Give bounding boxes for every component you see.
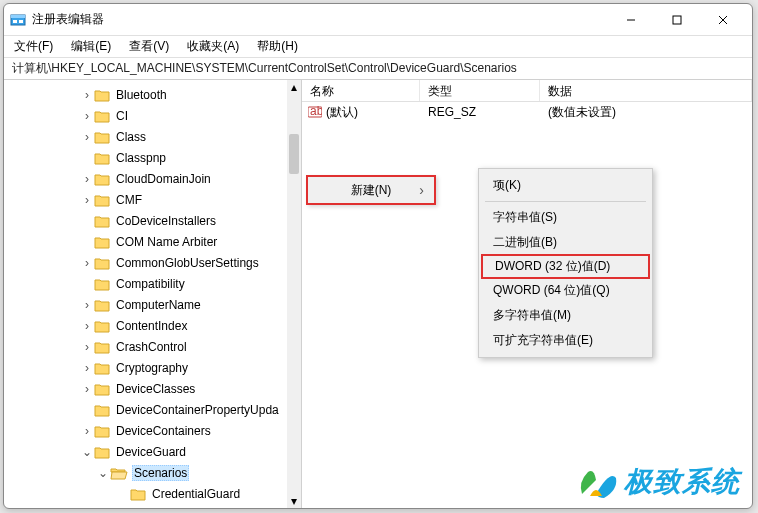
scroll-thumb[interactable] [289, 134, 299, 174]
tree-label: CI [114, 109, 130, 123]
tree-node[interactable]: DeviceContainerPropertyUpda [4, 399, 287, 420]
titlebar: 注册表编辑器 [4, 4, 752, 36]
tree-label: DeviceClasses [114, 382, 197, 396]
tree-node[interactable]: ›Class [4, 126, 287, 147]
tree-node[interactable]: ›CrashControl [4, 336, 287, 357]
submenu-item[interactable]: 项(K) [481, 173, 650, 198]
tree-label: CMF [114, 193, 144, 207]
tree-node[interactable]: ›ComputerName [4, 294, 287, 315]
tree-label: DeviceGuard [114, 445, 188, 459]
tree-node[interactable]: ›CMF [4, 189, 287, 210]
expander-icon[interactable]: › [80, 109, 94, 123]
watermark-logo-icon [576, 464, 618, 500]
tree-label: Scenarios [132, 465, 189, 481]
scroll-down-icon[interactable]: ▾ [287, 494, 301, 508]
address-text: 计算机\HKEY_LOCAL_MACHINE\SYSTEM\CurrentCon… [12, 60, 517, 77]
expander-icon[interactable]: › [80, 319, 94, 333]
window-title: 注册表编辑器 [32, 11, 608, 28]
tree-node[interactable]: ⌄DeviceGuard [4, 441, 287, 462]
svg-rect-5 [673, 16, 681, 24]
svg-rect-2 [13, 20, 17, 23]
expander-icon[interactable]: › [80, 256, 94, 270]
submenu-item[interactable]: DWORD (32 位)值(D) [481, 254, 650, 279]
tree-label: CloudDomainJoin [114, 172, 213, 186]
maximize-button[interactable] [654, 5, 700, 35]
expander-icon[interactable]: ⌄ [96, 466, 110, 480]
expander-icon[interactable]: › [80, 193, 94, 207]
menu-favorites[interactable]: 收藏夹(A) [183, 36, 243, 57]
menu-help[interactable]: 帮助(H) [253, 36, 302, 57]
submenu-item[interactable]: 可扩充字符串值(E) [481, 328, 650, 353]
close-button[interactable] [700, 5, 746, 35]
tree-label: ComputerName [114, 298, 203, 312]
tree-node[interactable]: COM Name Arbiter [4, 231, 287, 252]
expander-icon[interactable]: › [80, 361, 94, 375]
tree-node[interactable]: CoDeviceInstallers [4, 210, 287, 231]
submenu-item[interactable]: 二进制值(B) [481, 230, 650, 255]
tree-node[interactable]: ›CI [4, 105, 287, 126]
tree-node[interactable]: Classpnp [4, 147, 287, 168]
value-row[interactable]: ab (默认) REG_SZ (数值未设置) [302, 102, 752, 122]
tree-node[interactable]: ›DeviceContainers [4, 420, 287, 441]
menu-file[interactable]: 文件(F) [10, 36, 57, 57]
context-menu-new[interactable]: 新建(N) [306, 175, 436, 205]
expander-icon[interactable]: ⌄ [80, 445, 94, 459]
expander-icon[interactable]: › [80, 88, 94, 102]
expander-icon[interactable]: › [80, 298, 94, 312]
tree-label: Compatibility [114, 277, 187, 291]
menubar: 文件(F) 编辑(E) 查看(V) 收藏夹(A) 帮助(H) [4, 36, 752, 58]
tree-label: Classpnp [114, 151, 168, 165]
tree-node[interactable]: ›ContentIndex [4, 315, 287, 336]
tree-label: ContentIndex [114, 319, 189, 333]
tree-node[interactable]: CredentialGuard [4, 483, 287, 504]
minimize-button[interactable] [608, 5, 654, 35]
value-type: REG_SZ [420, 105, 540, 119]
svg-text:ab: ab [310, 105, 322, 118]
watermark: 极致系统 [576, 463, 740, 501]
value-name: (默认) [326, 104, 358, 121]
tree-node[interactable]: Compatibility [4, 273, 287, 294]
vertical-scrollbar[interactable]: ▴ ▾ [287, 80, 301, 508]
tree-node[interactable]: ⌄Scenarios [4, 462, 287, 483]
svg-rect-3 [19, 20, 23, 23]
menu-view[interactable]: 查看(V) [125, 36, 173, 57]
registry-tree[interactable]: ›Bluetooth›CI›ClassClasspnp›CloudDomainJ… [4, 80, 287, 508]
submenu-item[interactable]: 字符串值(S) [481, 205, 650, 230]
column-headers[interactable]: 名称 类型 数据 [302, 80, 752, 102]
menu-separator [485, 201, 646, 202]
expander-icon[interactable]: › [80, 508, 94, 509]
new-submenu: 项(K)字符串值(S)二进制值(B)DWORD (32 位)值(D)QWORD … [478, 168, 653, 358]
tree-label: DeviceOverrides [114, 508, 207, 509]
tree-node[interactable]: ›DeviceClasses [4, 378, 287, 399]
tree-node[interactable]: ›CloudDomainJoin [4, 168, 287, 189]
column-type[interactable]: 类型 [420, 80, 540, 101]
tree-node[interactable]: ›DeviceOverrides [4, 504, 287, 508]
address-bar[interactable]: 计算机\HKEY_LOCAL_MACHINE\SYSTEM\CurrentCon… [4, 58, 752, 80]
tree-label: Bluetooth [114, 88, 169, 102]
expander-icon[interactable]: › [80, 172, 94, 186]
string-value-icon: ab [308, 105, 322, 119]
tree-label: Class [114, 130, 148, 144]
context-new-label: 新建(N) [351, 182, 392, 199]
tree-node[interactable]: ›Bluetooth [4, 84, 287, 105]
tree-node[interactable]: ›CommonGlobUserSettings [4, 252, 287, 273]
scroll-up-icon[interactable]: ▴ [287, 80, 301, 94]
menu-edit[interactable]: 编辑(E) [67, 36, 115, 57]
tree-node[interactable]: ›Cryptography [4, 357, 287, 378]
expander-icon[interactable]: › [80, 340, 94, 354]
watermark-text: 极致系统 [624, 463, 740, 501]
expander-icon[interactable]: › [80, 130, 94, 144]
submenu-item[interactable]: 多字符串值(M) [481, 303, 650, 328]
expander-icon[interactable]: › [80, 382, 94, 396]
tree-label: DeviceContainers [114, 424, 213, 438]
column-name[interactable]: 名称 [302, 80, 420, 101]
submenu-item[interactable]: QWORD (64 位)值(Q) [481, 278, 650, 303]
tree-label: CredentialGuard [150, 487, 242, 501]
tree-label: CommonGlobUserSettings [114, 256, 261, 270]
tree-label: CrashControl [114, 340, 189, 354]
expander-icon[interactable]: › [80, 424, 94, 438]
svg-rect-1 [11, 15, 25, 18]
tree-label: CoDeviceInstallers [114, 214, 218, 228]
value-data: (数值未设置) [540, 104, 752, 121]
column-data[interactable]: 数据 [540, 80, 752, 101]
